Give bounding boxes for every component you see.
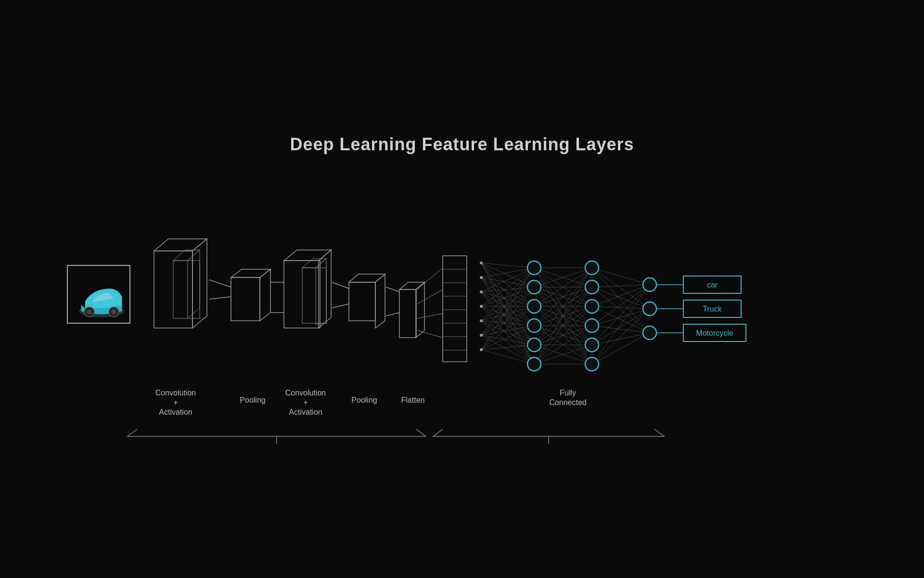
svg-point-149 (480, 348, 483, 351)
svg-point-164 (643, 326, 656, 340)
svg-point-159 (585, 319, 599, 332)
svg-text:car: car (707, 281, 718, 289)
svg-line-76 (481, 321, 534, 364)
svg-point-5 (111, 310, 116, 315)
svg-line-69 (481, 306, 534, 345)
svg-point-157 (585, 280, 599, 294)
page-title: Deep Learning Feature Learning Layers (290, 134, 634, 155)
svg-point-155 (527, 357, 541, 371)
svg-point-150 (527, 261, 541, 275)
svg-line-126 (592, 268, 650, 309)
svg-line-83 (481, 268, 534, 350)
svg-line-139 (592, 333, 650, 345)
svg-text:Motorcycle: Motorcycle (696, 329, 733, 337)
svg-line-128 (592, 285, 650, 287)
svg-marker-7 (154, 239, 207, 251)
svg-point-158 (585, 300, 599, 313)
svg-line-47 (481, 263, 534, 268)
svg-line-36 (417, 289, 443, 304)
svg-line-12 (209, 280, 231, 287)
svg-point-160 (585, 338, 599, 352)
svg-line-70 (481, 306, 534, 364)
svg-marker-33 (399, 282, 424, 289)
svg-line-65 (481, 268, 534, 306)
svg-rect-22 (302, 268, 326, 323)
svg-text:Fully: Fully (560, 389, 576, 397)
svg-text:Connected: Connected (549, 398, 586, 407)
svg-point-151 (527, 280, 541, 294)
svg-point-154 (527, 338, 541, 352)
svg-point-156 (585, 261, 599, 275)
svg-text:Flatten: Flatten (401, 396, 425, 404)
svg-point-143 (480, 262, 483, 264)
svg-point-161 (585, 357, 599, 371)
svg-point-147 (480, 319, 483, 322)
svg-point-152 (527, 300, 541, 313)
svg-rect-9 (173, 261, 200, 318)
svg-text:Convolution: Convolution (285, 389, 326, 397)
svg-point-146 (480, 305, 483, 308)
svg-line-25 (332, 282, 349, 289)
svg-marker-29 (375, 274, 385, 328)
svg-marker-15 (231, 269, 270, 277)
svg-text:Pooling: Pooling (240, 396, 265, 404)
svg-line-132 (592, 306, 650, 309)
svg-marker-10 (173, 250, 200, 261)
svg-line-125 (592, 268, 650, 285)
svg-line-13 (209, 297, 231, 299)
svg-marker-28 (349, 274, 385, 282)
svg-line-131 (592, 285, 650, 306)
svg-line-82 (481, 335, 534, 364)
svg-line-80 (481, 326, 534, 335)
svg-text:Activation: Activation (289, 408, 322, 416)
svg-rect-32 (399, 289, 416, 338)
svg-text:Truck: Truck (703, 305, 722, 313)
svg-marker-16 (260, 269, 270, 321)
svg-line-37 (417, 314, 443, 318)
svg-rect-39 (443, 256, 467, 362)
svg-line-88 (481, 350, 534, 364)
svg-text:Convolution: Convolution (155, 389, 196, 397)
svg-text:+: + (303, 398, 308, 407)
svg-line-79 (481, 306, 534, 335)
svg-point-145 (480, 290, 483, 293)
main-container: Deep Learning Feature Learning Layers (0, 0, 924, 578)
diagram-area: car Truck Motorcycle Convolution + Activ… (53, 193, 871, 444)
svg-line-129 (592, 287, 650, 309)
svg-point-148 (480, 334, 483, 337)
svg-line-31 (386, 313, 399, 316)
svg-point-144 (480, 276, 483, 279)
svg-line-38 (417, 330, 443, 338)
svg-marker-34 (416, 282, 424, 338)
svg-point-4 (87, 310, 91, 315)
svg-text:+: + (173, 398, 178, 407)
svg-marker-23 (302, 259, 326, 268)
svg-point-162 (643, 278, 656, 291)
svg-marker-11 (188, 250, 200, 318)
svg-marker-20 (284, 250, 331, 261)
svg-line-54 (481, 277, 534, 287)
svg-line-30 (386, 287, 399, 292)
svg-text:Activation: Activation (159, 408, 192, 416)
svg-point-163 (643, 302, 656, 315)
svg-rect-27 (349, 282, 375, 321)
svg-text:Pooling: Pooling (351, 396, 377, 404)
svg-line-55 (481, 277, 534, 306)
svg-rect-14 (231, 277, 260, 321)
svg-line-35 (417, 268, 443, 289)
svg-line-26 (332, 304, 349, 308)
svg-marker-24 (316, 259, 326, 324)
svg-line-142 (592, 333, 650, 364)
svg-line-137 (592, 285, 650, 345)
diagram-svg: car Truck Motorcycle Convolution + Activ… (53, 193, 871, 444)
svg-point-153 (527, 319, 541, 332)
svg-marker-21 (319, 250, 331, 328)
svg-line-72 (481, 287, 534, 321)
svg-line-140 (592, 285, 650, 364)
